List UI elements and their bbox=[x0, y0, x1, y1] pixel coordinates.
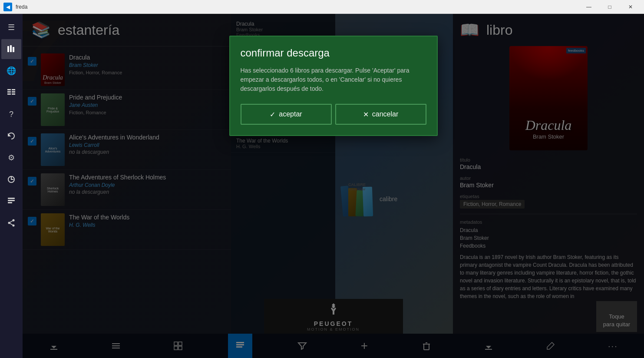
sidebar: ☰ 🌐 ? ⚙ bbox=[0, 14, 23, 358]
sidebar-item-refresh[interactable] bbox=[1, 169, 21, 189]
sidebar-item-hamburger[interactable]: ☰ bbox=[1, 17, 21, 37]
accept-label: aceptar bbox=[279, 110, 302, 118]
cancel-icon: ✕ bbox=[363, 110, 369, 119]
sidebar-item-bookshelf[interactable] bbox=[1, 39, 21, 59]
svg-rect-11 bbox=[8, 198, 15, 199]
svg-rect-7 bbox=[7, 93, 11, 95]
svg-rect-3 bbox=[7, 89, 11, 90]
close-button[interactable]: ✕ bbox=[621, 0, 641, 14]
modal-title: confirmar descarga bbox=[241, 47, 426, 59]
svg-rect-8 bbox=[12, 93, 15, 95]
minimize-button[interactable]: — bbox=[579, 0, 599, 14]
svg-rect-13 bbox=[8, 202, 12, 203]
sidebar-item-sync[interactable] bbox=[1, 126, 21, 146]
app-icon: ◀ bbox=[3, 3, 12, 11]
svg-rect-4 bbox=[12, 89, 15, 90]
titlebar-title: freda bbox=[16, 4, 579, 10]
cancel-button[interactable]: ✕ cancelar bbox=[335, 104, 426, 125]
svg-line-18 bbox=[9, 223, 13, 225]
content-area: 7 📚 estantería ✓ Dracula Bram Stoker bbox=[23, 14, 644, 358]
sidebar-item-globe[interactable]: 🌐 bbox=[1, 61, 21, 81]
modal-overlay: confirmar descarga Has seleccionado 6 li… bbox=[23, 14, 644, 358]
titlebar: ◀ freda — □ ✕ bbox=[0, 0, 644, 14]
svg-rect-0 bbox=[7, 46, 9, 52]
svg-rect-2 bbox=[13, 47, 14, 52]
modal-message: Has seleccionado 6 libros para descargar… bbox=[241, 66, 426, 93]
svg-line-17 bbox=[9, 220, 13, 223]
accept-icon: ✓ bbox=[270, 110, 275, 119]
modal-buttons: ✓ aceptar ✕ cancelar bbox=[241, 104, 426, 125]
maximize-button[interactable]: □ bbox=[600, 0, 620, 14]
svg-rect-1 bbox=[10, 45, 12, 52]
window-controls: — □ ✕ bbox=[579, 0, 641, 14]
sidebar-item-settings[interactable]: ⚙ bbox=[1, 148, 21, 168]
sidebar-item-share[interactable] bbox=[1, 213, 21, 233]
cancel-label: cancelar bbox=[372, 110, 398, 118]
svg-rect-5 bbox=[7, 91, 11, 93]
sidebar-item-help[interactable]: ? bbox=[1, 104, 21, 124]
sidebar-item-catalog[interactable] bbox=[1, 191, 21, 211]
svg-marker-9 bbox=[8, 134, 10, 136]
app-container: ☰ 🌐 ? ⚙ bbox=[0, 14, 644, 358]
sidebar-item-columns[interactable] bbox=[1, 83, 21, 103]
confirm-download-modal: confirmar descarga Has seleccionado 6 li… bbox=[229, 36, 438, 136]
svg-rect-12 bbox=[8, 200, 15, 201]
accept-button[interactable]: ✓ aceptar bbox=[241, 104, 332, 125]
svg-rect-6 bbox=[12, 91, 15, 93]
